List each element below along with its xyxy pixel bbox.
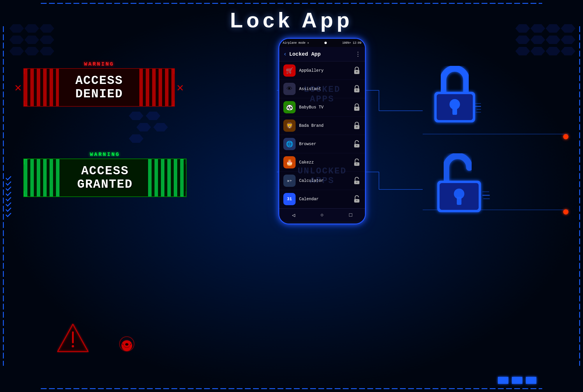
red-dot-1 [563, 134, 568, 139]
back-button[interactable]: ‹ [283, 51, 287, 57]
lock-icon-calculator[interactable] [353, 177, 361, 185]
app-icon-calculator: ✕÷ [283, 175, 296, 187]
phone-status-bar: Airplane mode ✈ 100%+ 12:09 [279, 39, 365, 47]
app-name-babybus: BabyBus TV [299, 105, 353, 110]
app-item-assistant[interactable]: 👁 Assistant [279, 80, 365, 98]
access-granted-banner: ACCESS GRANTED [23, 159, 187, 197]
airplane-mode-label: Airplane mode ✈ [283, 41, 309, 45]
access-denied-text: ACCESS DENIED [75, 74, 123, 101]
app-item-calculator[interactable]: ✕÷ Calculator [279, 172, 365, 190]
bottom-dot-2 [512, 377, 522, 384]
app-icon-calendar: 31 [283, 193, 296, 205]
app-name-browser: Browser [299, 142, 353, 146]
app-icon-bada: 🦁 [283, 119, 296, 132]
phone-screen-title: Locked App [289, 51, 355, 57]
stripe-right-granted [148, 159, 186, 196]
app-name-assistant: Assistant [299, 87, 353, 91]
stripe-right-denied [139, 69, 174, 106]
bottom-dots [498, 377, 536, 384]
app-item-browser[interactable]: 🌐 Browser [279, 135, 365, 153]
red-dot-2 [563, 209, 568, 215]
status-right: 100%+ 12:09 [342, 41, 361, 45]
lock-icon-appgallery[interactable] [353, 66, 361, 75]
access-granted-section: WARNING ACCESS GRANTED [23, 152, 187, 197]
svg-point-32 [356, 71, 358, 73]
page-title: Lock App [230, 8, 353, 32]
phone-header: ‹ Locked App ⋮ [279, 47, 365, 61]
svg-point-42 [356, 163, 357, 164]
lock-icon-browser[interactable] [353, 140, 361, 148]
lock-icon-calendar[interactable] [353, 195, 361, 203]
phone-mockup: Airplane mode ✈ 100%+ 12:09 ‹ Locked App… [278, 38, 366, 224]
radiation-icon [111, 328, 143, 360]
lock-icon-assistant[interactable] [353, 85, 361, 93]
warning-triangle-icon [57, 324, 89, 354]
access-denied-banner: ACCESS DENIED [23, 68, 175, 107]
bottom-dot-3 [526, 377, 536, 384]
svg-point-44 [356, 182, 357, 183]
app-list: LOCKEDAPPS UNLOCKEDAPPS 🛒 AppGallery [279, 61, 365, 208]
left-arrow-decoration [6, 176, 11, 216]
svg-rect-19 [452, 107, 457, 115]
app-icon-browser: 🌐 [283, 138, 296, 150]
app-name-bada: Bada Brand [299, 123, 353, 128]
app-item-babybus[interactable]: 🐼 BabyBus TV [279, 98, 365, 117]
stripe-left-granted [24, 159, 62, 196]
svg-point-38 [356, 126, 358, 128]
app-item-bada[interactable]: 🦁 Bada Brand [279, 117, 365, 135]
lock-icon-cakezz[interactable] [353, 158, 361, 166]
app-icon-babybus: 🐼 [283, 101, 296, 113]
app-item-calendar[interactable]: 31 Calendar [279, 190, 365, 208]
app-name-appgallery: AppGallery [299, 68, 353, 73]
svg-point-34 [356, 89, 358, 91]
hex-pattern-top-right [515, 23, 574, 56]
svg-point-40 [356, 145, 357, 146]
nav-recent-button[interactable]: □ [349, 212, 352, 218]
warning-label-denied: WARNING [23, 61, 175, 67]
hex-cluster-middle [128, 111, 168, 144]
hex-pattern-top-left [9, 23, 53, 56]
access-granted-text: ACCESS GRANTED [77, 164, 133, 191]
app-icon-assistant: 👁 [283, 83, 296, 95]
stripe-left-denied [24, 69, 59, 106]
svg-rect-27 [457, 197, 461, 205]
app-item-appgallery[interactable]: 🛒 AppGallery [279, 61, 365, 80]
access-denied-section: WARNING ✕ ACCESS DENIED ✕ [23, 61, 175, 107]
red-x-left-icon: ✕ [15, 80, 22, 95]
border-right [579, 26, 580, 366]
lock-icon-bada[interactable] [353, 122, 361, 130]
bottom-dot-1 [498, 377, 508, 384]
app-item-cakezz[interactable]: 🎂 Cakezz [279, 153, 365, 172]
warning-label-granted: WARNING [23, 152, 187, 157]
border-left [3, 26, 4, 366]
svg-point-3 [72, 345, 74, 347]
phone-nav-bar: ◁ ○ □ [279, 208, 365, 221]
unlocked-padlock [431, 152, 490, 217]
border-top [41, 3, 542, 4]
locked-padlock [429, 64, 481, 127]
app-icon-appgallery: 🛒 [283, 64, 296, 77]
status-left: Airplane mode ✈ [283, 41, 309, 45]
app-icon-cakezz: 🎂 [283, 156, 296, 168]
nav-back-button[interactable]: ◁ [292, 212, 295, 218]
status-camera-dot [324, 42, 327, 44]
menu-button[interactable]: ⋮ [355, 50, 361, 58]
phone-frame: Airplane mode ✈ 100%+ 12:09 ‹ Locked App… [278, 38, 366, 224]
lock-icon-babybus[interactable] [353, 103, 361, 111]
svg-point-46 [356, 200, 357, 201]
red-x-right-icon: ✕ [177, 80, 184, 95]
svg-point-36 [356, 108, 358, 109]
border-bottom [41, 388, 542, 389]
app-name-calendar: Calendar [299, 197, 353, 201]
nav-home-button[interactable]: ○ [321, 212, 324, 218]
app-name-cakezz: Cakezz [299, 160, 353, 165]
app-name-calculator: Calculator [299, 178, 353, 183]
